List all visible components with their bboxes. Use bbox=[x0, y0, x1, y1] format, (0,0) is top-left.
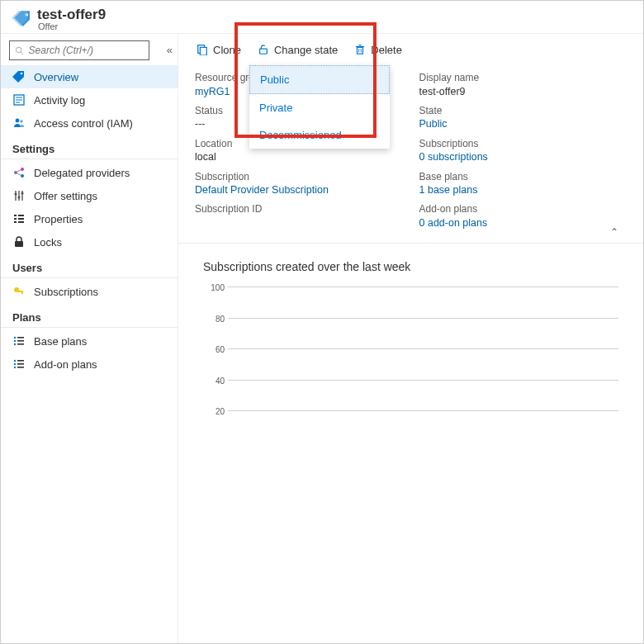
sidebar-item-locks[interactable]: Locks bbox=[1, 230, 178, 253]
sidebar-item-label: Access control (IAM) bbox=[34, 117, 133, 130]
main-pane: Clone Change state Public Private Decomm… bbox=[178, 34, 643, 643]
properties-icon bbox=[12, 212, 26, 225]
svg-line-14 bbox=[17, 173, 21, 176]
share-icon bbox=[12, 166, 26, 179]
ytick-40: 40 bbox=[205, 376, 225, 385]
sidebar: « Overview Activity log Access control (… bbox=[1, 34, 178, 643]
svg-rect-40 bbox=[17, 360, 24, 362]
svg-line-13 bbox=[17, 170, 21, 173]
svg-line-2 bbox=[21, 51, 23, 54]
subscription-link[interactable]: Default Provider Subscription bbox=[195, 183, 395, 197]
svg-rect-44 bbox=[200, 47, 206, 55]
sidebar-group-users: Users bbox=[1, 253, 178, 278]
svg-point-3 bbox=[21, 73, 23, 75]
state-option-public[interactable]: Public bbox=[249, 65, 390, 94]
svg-point-32 bbox=[14, 340, 16, 342]
sidebar-group-settings: Settings bbox=[1, 135, 178, 159]
sidebar-item-access-control[interactable]: Access control (IAM) bbox=[1, 111, 178, 135]
essentials-grid: Resource group myRG1 Display name test-o… bbox=[178, 65, 643, 244]
svg-rect-42 bbox=[17, 367, 24, 368]
change-state-button[interactable]: Change state Public Private Decommission… bbox=[249, 34, 346, 65]
chart-plot-area: 100 80 60 40 20 bbox=[228, 286, 618, 410]
sidebar-item-activity-log[interactable]: Activity log bbox=[1, 88, 178, 111]
sidebar-item-offer-settings[interactable]: Offer settings bbox=[1, 184, 178, 207]
sidebar-collapse-toggle[interactable]: « bbox=[167, 44, 173, 56]
prop-label-addon-plans: Add-on plans bbox=[419, 203, 619, 216]
log-icon bbox=[12, 93, 26, 107]
sidebar-item-label: Activity log bbox=[34, 94, 85, 107]
prop-label-subscription: Subscription bbox=[195, 171, 395, 184]
sidebar-item-label: Subscriptions bbox=[34, 286, 98, 298]
chart-title: Subscriptions created over the last week bbox=[203, 260, 618, 273]
location-value: local bbox=[195, 150, 395, 163]
svg-rect-36 bbox=[17, 343, 24, 345]
prop-label-state: State bbox=[419, 105, 619, 118]
state-option-decommissioned[interactable]: Decommissioned bbox=[249, 121, 390, 149]
svg-rect-27 bbox=[15, 241, 23, 247]
sidebar-item-addon-plans[interactable]: Add-on plans bbox=[1, 353, 178, 376]
people-icon bbox=[12, 116, 26, 130]
svg-rect-30 bbox=[21, 292, 23, 294]
sidebar-item-label: Offer settings bbox=[34, 190, 97, 202]
ytick-100: 100 bbox=[205, 283, 225, 292]
prop-label-subscriptions: Subscriptions bbox=[419, 138, 619, 151]
svg-point-9 bbox=[20, 120, 23, 123]
lock-icon bbox=[12, 235, 26, 249]
svg-rect-21 bbox=[14, 215, 17, 216]
page-title: test-offer9 bbox=[37, 7, 106, 22]
sidebar-item-overview[interactable]: Overview bbox=[1, 65, 178, 88]
key-icon bbox=[12, 285, 26, 298]
search-icon bbox=[15, 45, 25, 56]
svg-rect-23 bbox=[14, 221, 17, 223]
svg-point-8 bbox=[16, 119, 20, 123]
svg-point-12 bbox=[21, 174, 24, 178]
tag-icon bbox=[12, 70, 26, 83]
sidebar-group-plans: Plans bbox=[1, 303, 178, 328]
subscriptions-link[interactable]: 0 subscriptions bbox=[419, 150, 619, 163]
sidebar-item-properties[interactable]: Properties bbox=[1, 207, 178, 230]
svg-rect-41 bbox=[17, 363, 24, 365]
ytick-80: 80 bbox=[205, 314, 225, 323]
svg-rect-29 bbox=[18, 291, 23, 292]
clone-button[interactable]: Clone bbox=[188, 34, 249, 65]
prop-label-subscription-id: Subscription ID bbox=[195, 203, 395, 216]
svg-point-31 bbox=[14, 337, 16, 339]
svg-point-11 bbox=[21, 168, 24, 171]
clone-label: Clone bbox=[213, 44, 241, 56]
list-icon bbox=[12, 358, 26, 371]
ytick-60: 60 bbox=[205, 345, 225, 354]
chart-section: Subscriptions created over the last week… bbox=[178, 244, 643, 427]
svg-rect-46 bbox=[358, 47, 363, 54]
svg-point-20 bbox=[21, 192, 23, 194]
svg-rect-34 bbox=[17, 337, 24, 339]
svg-rect-35 bbox=[17, 340, 24, 342]
svg-rect-45 bbox=[260, 49, 268, 54]
svg-point-37 bbox=[14, 360, 16, 362]
addon-plans-link[interactable]: 0 add-on plans bbox=[419, 216, 619, 230]
svg-rect-26 bbox=[18, 221, 24, 223]
sidebar-item-label: Delegated providers bbox=[34, 167, 130, 179]
svg-point-19 bbox=[17, 196, 20, 198]
trash-icon bbox=[354, 44, 366, 55]
sidebar-item-label: Properties bbox=[34, 213, 83, 225]
base-plans-link[interactable]: 1 base plans bbox=[419, 183, 619, 197]
search-input-wrapper[interactable] bbox=[9, 40, 149, 60]
state-value-link[interactable]: Public bbox=[419, 117, 619, 130]
state-option-private[interactable]: Private bbox=[249, 94, 390, 121]
sidebar-item-base-plans[interactable]: Base plans bbox=[1, 329, 178, 353]
sliders-icon bbox=[12, 189, 26, 202]
ytick-20: 20 bbox=[205, 407, 225, 416]
sidebar-item-subscriptions[interactable]: Subscriptions bbox=[1, 280, 178, 303]
sidebar-item-label: Add-on plans bbox=[34, 358, 97, 371]
page-header: test-offer9 Offer bbox=[1, 1, 643, 34]
collapse-essentials-toggle[interactable]: ⌃ bbox=[610, 226, 618, 238]
search-input[interactable] bbox=[29, 45, 144, 56]
command-bar: Clone Change state Public Private Decomm… bbox=[178, 34, 643, 65]
delete-label: Delete bbox=[371, 44, 402, 56]
svg-rect-24 bbox=[18, 215, 24, 216]
sidebar-item-delegated-providers[interactable]: Delegated providers bbox=[1, 161, 178, 184]
svg-point-33 bbox=[14, 343, 16, 345]
sidebar-item-label: Overview bbox=[34, 71, 78, 83]
sidebar-item-label: Locks bbox=[34, 236, 62, 249]
delete-button[interactable]: Delete bbox=[346, 34, 410, 65]
